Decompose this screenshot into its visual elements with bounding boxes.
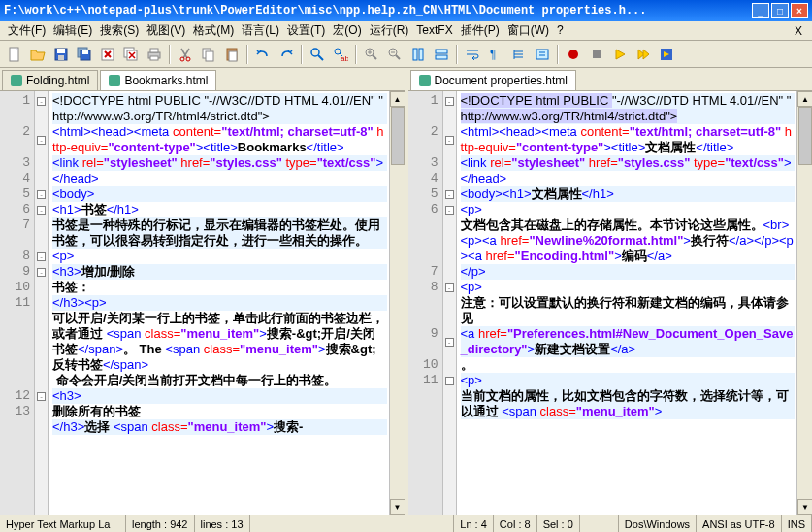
menu-item[interactable]: 设置(T) xyxy=(283,21,329,39)
code-line[interactable]: 当前文档的属性，比如文档包含的字符数，选择统计等，可以通过 <span clas… xyxy=(461,388,796,419)
code-line[interactable]: 注意：可以设置默认的换行符和新建文档的编码，具体请参见 xyxy=(461,295,796,326)
zoom-out-button[interactable] xyxy=(384,44,406,65)
fold-toggle[interactable]: - xyxy=(445,190,454,199)
menu-item[interactable]: 插件(P) xyxy=(457,21,503,39)
fold-toggle[interactable]: - xyxy=(445,377,454,385)
stop-macro-button[interactable] xyxy=(586,44,607,65)
right-code-area[interactable]: 1234567891011 ------- <!DOCTYPE html PUB… xyxy=(408,91,813,515)
code-line[interactable]: </h3><p> xyxy=(52,295,387,311)
code-line[interactable]: <link rel="stylesheet" href="styles.css"… xyxy=(461,155,796,171)
play-macro-multi-button[interactable] xyxy=(633,44,654,65)
code-line[interactable]: <h1>书签</h1> xyxy=(52,202,387,217)
menu-item[interactable]: 文件(F) xyxy=(4,21,49,39)
save-button[interactable] xyxy=(50,44,72,65)
scroll-down-button[interactable]: ▼ xyxy=(797,499,812,515)
print-button[interactable] xyxy=(144,44,165,65)
scroll-thumb[interactable] xyxy=(798,107,812,165)
code-line[interactable]: 。 xyxy=(461,357,796,373)
file-tab[interactable]: Folding.html xyxy=(2,70,98,90)
menu-item[interactable]: 窗口(W) xyxy=(503,21,553,39)
record-macro-button[interactable] xyxy=(563,44,584,65)
zoom-in-button[interactable] xyxy=(361,44,382,65)
code-line[interactable]: 书签是一种特殊的行标记，显示在编辑器的书签栏处。使用书签，可以很容易转到指定行处… xyxy=(52,217,387,249)
code-line[interactable]: 文档包含其在磁盘上的存储属性。本节讨论这些属性。<br><p><a href="… xyxy=(461,217,796,264)
show-all-chars-button[interactable]: ¶ xyxy=(485,44,506,65)
save-all-button[interactable] xyxy=(74,44,95,65)
close-button[interactable]: × xyxy=(791,3,808,18)
code-line[interactable]: <!DOCTYPE html PUBLIC "-//W3C//DTD HTML … xyxy=(52,93,387,109)
fold-toggle[interactable]: - xyxy=(37,190,46,199)
menu-item[interactable]: 宏(O) xyxy=(329,21,365,39)
user-lang-button[interactable] xyxy=(532,44,553,65)
code-line[interactable]: <body><h1>文档属性</h1> xyxy=(461,186,796,202)
redo-button[interactable] xyxy=(276,44,297,65)
undo-button[interactable] xyxy=(252,44,274,65)
code-line[interactable]: <p> xyxy=(52,249,387,264)
code-line[interactable]: <!DOCTYPE html PUBLIC "-//W3C//DTD HTML … xyxy=(461,93,796,109)
fold-toggle[interactable]: - xyxy=(445,338,454,347)
fold-toggle[interactable]: - xyxy=(37,97,46,106)
fold-toggle[interactable]: - xyxy=(37,268,46,277)
code-line[interactable]: http://www.w3.org/TR/html4/strict.dtd"> xyxy=(461,109,796,124)
minimize-button[interactable]: _ xyxy=(752,3,769,18)
new-file-button[interactable] xyxy=(4,44,25,65)
code-line[interactable]: <body> xyxy=(52,186,387,202)
code-line[interactable]: </h3>选择 <span class="menu_item">搜索- xyxy=(52,419,387,435)
fold-toggle[interactable]: - xyxy=(37,392,46,401)
menu-item[interactable]: TextFX xyxy=(412,21,456,39)
close-all-button[interactable] xyxy=(120,44,142,65)
scroll-up-button[interactable]: ▲ xyxy=(390,91,405,107)
menu-item[interactable]: 编辑(E) xyxy=(49,21,96,39)
fold-toggle[interactable]: - xyxy=(37,252,46,261)
menubar-close-icon[interactable]: X xyxy=(789,22,808,40)
scrollbar-vertical[interactable]: ▲ ▼ xyxy=(796,91,812,515)
scroll-thumb[interactable] xyxy=(391,107,405,165)
code-line[interactable]: <p> xyxy=(461,373,796,388)
fold-toggle[interactable]: - xyxy=(445,283,454,292)
paste-button[interactable] xyxy=(221,44,243,65)
fold-toggle[interactable]: - xyxy=(37,206,46,215)
maximize-button[interactable]: □ xyxy=(771,3,789,18)
menu-item[interactable]: 语言(L) xyxy=(238,21,283,39)
code-line[interactable]: <html><head><meta content="text/html; ch… xyxy=(52,124,387,155)
sync-h-button[interactable] xyxy=(431,44,452,65)
code-line[interactable]: <a href="Preferences.html#New_Document_O… xyxy=(461,326,796,357)
close-file-button[interactable] xyxy=(97,44,118,65)
code-line[interactable]: 书签： xyxy=(52,280,387,295)
save-macro-button[interactable] xyxy=(656,44,677,65)
copy-button[interactable] xyxy=(198,44,219,65)
sync-v-button[interactable] xyxy=(407,44,429,65)
code-line[interactable]: http://www.w3.org/TR/html4/strict.dtd"> xyxy=(52,109,387,124)
left-code-area[interactable]: 12345678910111213 ------- <!DOCTYPE html… xyxy=(0,91,405,515)
fold-toggle[interactable]: - xyxy=(37,136,46,145)
indent-guide-button[interactable] xyxy=(508,44,530,65)
menu-item[interactable]: 格式(M) xyxy=(189,21,238,39)
code-line[interactable]: </p> xyxy=(461,264,796,280)
code-line[interactable]: 命令会开启/关闭当前打开文档中每一行上的书签。 xyxy=(52,373,387,388)
menu-item[interactable]: 搜索(S) xyxy=(96,21,143,39)
file-tab[interactable]: Document properties.html xyxy=(410,70,576,90)
code-line[interactable]: <h3>增加/删除 xyxy=(52,264,387,280)
code-line[interactable]: 删除所有的书签 xyxy=(52,404,387,419)
open-file-button[interactable] xyxy=(27,44,49,65)
code-line[interactable]: </head> xyxy=(461,171,796,186)
file-tab[interactable]: Bookmarks.html xyxy=(100,70,216,90)
code-line[interactable]: <p> xyxy=(461,202,796,217)
code-line[interactable]: <link rel="stylesheet" href="styles.css"… xyxy=(52,155,387,171)
scrollbar-vertical[interactable]: ▲ ▼ xyxy=(389,91,405,515)
menu-item[interactable]: 视图(V) xyxy=(143,21,189,39)
fold-toggle[interactable]: - xyxy=(445,97,454,106)
menu-item[interactable]: ? xyxy=(553,21,568,39)
replace-button[interactable]: ab xyxy=(330,44,351,65)
code-line[interactable]: 可以开启/关闭某一行上的书签，单击此行前面的书签边栏，或者通过 <span cl… xyxy=(52,311,387,373)
fold-toggle[interactable]: - xyxy=(445,136,454,145)
cut-button[interactable] xyxy=(175,44,196,65)
find-button[interactable] xyxy=(307,44,328,65)
code-line[interactable]: </head> xyxy=(52,171,387,186)
play-macro-button[interactable] xyxy=(609,44,631,65)
code-line[interactable]: <p> xyxy=(461,280,796,295)
scroll-down-button[interactable]: ▼ xyxy=(390,499,405,515)
menu-item[interactable]: 运行(R) xyxy=(366,21,413,39)
scroll-up-button[interactable]: ▲ xyxy=(797,91,812,107)
wordwrap-button[interactable] xyxy=(462,44,483,65)
